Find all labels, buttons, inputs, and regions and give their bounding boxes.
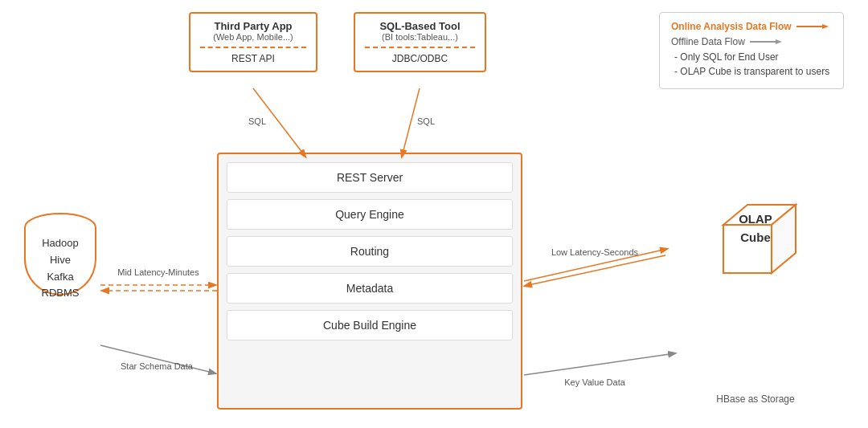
svg-line-9: [402, 88, 420, 157]
svg-line-19: [524, 353, 675, 375]
hadoop-labels: Hadoop Hive Kafka RDBMS: [24, 235, 96, 302]
routing-row: Routing: [227, 236, 513, 267]
third-party-subtitle: (Web App, Mobile...): [200, 32, 306, 42]
svg-line-17: [100, 345, 215, 373]
svg-line-15: [525, 255, 665, 286]
third-party-title: Third Party App: [200, 20, 306, 32]
sql-tool-api: JDBC/ODBC: [365, 47, 475, 64]
legend-online-flow: Online Analysis Data Flow: [671, 21, 832, 32]
hbase-label: HBase as Storage: [707, 393, 804, 405]
svg-text:Key Value Data: Key Value Data: [564, 377, 626, 387]
query-engine-row: Query Engine: [227, 199, 513, 230]
legend-box: Online Analysis Data Flow Offline Data F…: [659, 12, 844, 89]
svg-text:Mid Latency-Minutes: Mid Latency-Minutes: [117, 267, 199, 277]
svg-text:Star Schema Data: Star Schema Data: [121, 361, 194, 371]
svg-line-14: [524, 249, 667, 281]
svg-marker-1: [822, 24, 829, 29]
third-party-api: REST API: [200, 47, 306, 64]
diagram-container: Online Analysis Data Flow Offline Data F…: [0, 0, 868, 428]
legend-olap-transparent: - OLAP Cube is transparent to users: [671, 66, 832, 77]
svg-text:Low Latency-Seconds: Low Latency-Seconds: [551, 247, 639, 257]
hadoop-box: Hadoop Hive Kafka RDBMS: [24, 213, 96, 301]
main-engine-box: REST Server Query Engine Routing Metadat…: [217, 153, 522, 410]
sql-tool-subtitle: (BI tools:Tableau...): [365, 32, 475, 42]
metadata-row: Metadata: [227, 273, 513, 304]
svg-text:SQL: SQL: [417, 116, 435, 126]
svg-line-7: [253, 88, 305, 157]
legend-sql-only: - Only SQL for End User: [671, 51, 832, 63]
legend-offline-flow: Offline Data Flow: [671, 36, 832, 47]
hadoop-cylinder: Hadoop Hive Kafka RDBMS: [24, 213, 96, 301]
cube-build-engine-row: Cube Build Engine: [227, 310, 513, 340]
rest-server-row: REST Server: [227, 162, 513, 193]
client-box-third-party: Third Party App (Web App, Mobile...) RES…: [189, 12, 317, 72]
svg-text:SQL: SQL: [248, 116, 266, 126]
sql-tool-title: SQL-Based Tool: [365, 20, 475, 32]
svg-marker-3: [776, 39, 782, 44]
olap-text: OLAP Cube: [707, 210, 804, 247]
client-box-sql-tool: SQL-Based Tool (BI tools:Tableau...) JDB…: [354, 12, 486, 72]
olap-box: OLAP Cube HBase as Storage: [707, 193, 804, 297]
